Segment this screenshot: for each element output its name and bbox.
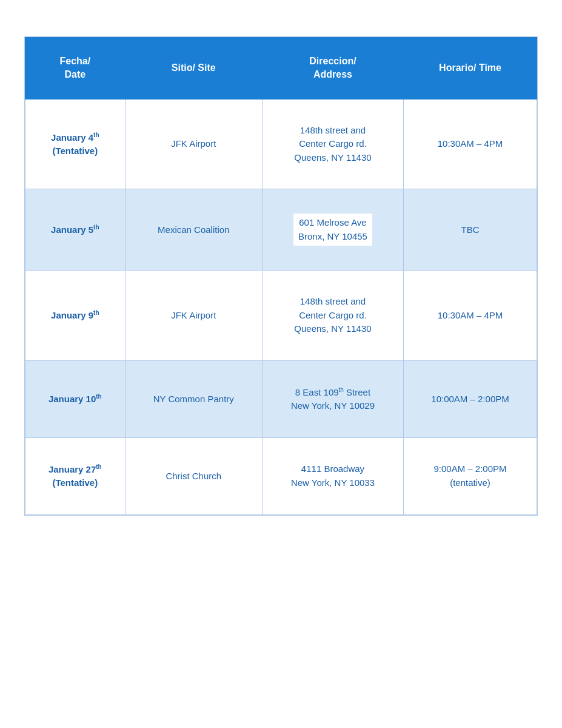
address-cell: 148th street andCenter Cargo rd.Queens, … <box>262 99 403 189</box>
time-cell: 10:00AM – 2:00PM <box>404 360 537 437</box>
date-cell: January 27th(Tentative) <box>25 437 125 514</box>
time-cell: 9:00AM – 2:00PM(tentative) <box>404 437 537 514</box>
date-cell: January 4th(Tentative) <box>25 99 125 189</box>
site-cell: JFK Airport <box>125 271 262 361</box>
address-cell: 148th street andCenter Cargo rd.Queens, … <box>262 271 403 361</box>
header-fecha: Fecha/Date <box>25 38 125 99</box>
address-cell: 4111 BroadwayNew York, NY 10033 <box>262 437 403 514</box>
date-cell: January 10th <box>25 360 125 437</box>
address-cell: 601 Melrose AveBronx, NY 10455 <box>262 189 403 271</box>
site-cell: Christ Church <box>125 437 262 514</box>
table-row: January 4th(Tentative)JFK Airport148th s… <box>25 99 537 189</box>
site-cell: NY Common Pantry <box>125 360 262 437</box>
date-cell: January 5th <box>25 189 125 271</box>
table-row: January 10thNY Common Pantry8 East 109th… <box>25 360 537 437</box>
table-header-row: Fecha/Date Sitio/ Site Direccion/Address… <box>25 38 537 99</box>
date-cell: January 9th <box>25 271 125 361</box>
header-direccion: Direccion/Address <box>262 38 403 99</box>
table-row: January 9thJFK Airport148th street andCe… <box>25 271 537 361</box>
time-cell: 10:30AM – 4PM <box>404 99 537 189</box>
time-cell: 10:30AM – 4PM <box>404 271 537 361</box>
site-cell: Mexican Coalition <box>125 189 262 271</box>
site-cell: JFK Airport <box>125 99 262 189</box>
time-cell: TBC <box>404 189 537 271</box>
schedule-table: Fecha/Date Sitio/ Site Direccion/Address… <box>24 36 538 516</box>
table-row: January 27th(Tentative)Christ Church4111… <box>25 437 537 514</box>
header-horario: Horario/ Time <box>404 38 537 99</box>
header-sitio: Sitio/ Site <box>125 38 262 99</box>
address-cell: 8 East 109th StreetNew York, NY 10029 <box>262 360 403 437</box>
table-row: January 5thMexican Coalition601 Melrose … <box>25 189 537 271</box>
